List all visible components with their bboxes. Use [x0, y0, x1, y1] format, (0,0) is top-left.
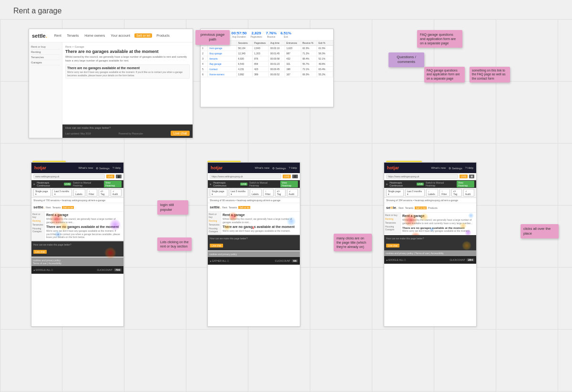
visits-info-mobile: Showing of 700 sessions • heatmap.settin… [31, 198, 123, 203]
breadcrumb: Rent > Garage [65, 45, 190, 48]
sticky-many-clicks: many clicks are on the page title (which… [334, 234, 372, 251]
footer-actions: Last updated: May 2018 Powered by Placec… [65, 131, 190, 136]
body-text: Whilst owned by the council, we generall… [65, 55, 190, 62]
sticky-faq-questions: FAQ garage questions and application for… [417, 30, 462, 48]
stat-pageviews: 2,829 Pageviews [251, 31, 262, 38]
nav-homeowners: Home owners [83, 33, 106, 38]
stat-exit: 6.51% Exit [280, 31, 291, 38]
url-bar-desktop: https://www.settingrouporg.uk LIVE 🖥 [384, 173, 476, 180]
no-garages-heading: There are no garages available at the mo… [67, 66, 188, 70]
footer-page-info: Powered by Placecube [119, 132, 143, 135]
heatmap-footer-mobile: ● GOOGLE ALL ☐ CLICKCOUNT 700 [31, 266, 123, 274]
settle-header: settle. Rent Tenants Home owners Your ac… [29, 29, 193, 42]
table-row: 6 /home-owners 3,892 389 00:00:52 167 69… [201, 72, 333, 77]
hotjar-header-tablet: hotjar What's new ⚙ Settings ? Help [208, 163, 300, 173]
sidebar-rent-buy: Rent or buy [31, 44, 60, 50]
nav-products: Products [155, 33, 171, 38]
table-row: 2 /buy-garage 12,340 1,203 00:01:45 987 … [201, 51, 333, 56]
settle-nav: Rent Tenants Home owners Your account Se… [53, 33, 171, 38]
main-page-screenshot: settle. Rent Tenants Home owners Your ac… [29, 29, 193, 138]
nav-account: Your account [109, 33, 132, 38]
sticky-clicks-all-over: clicks all over the place [521, 224, 559, 238]
sticky-login-popular: login still popular [157, 200, 188, 215]
heatmap-title-mobile: ≡ Heatmapic Continuous LIVE Switch to Ma… [31, 180, 123, 188]
sidebar-item2: Tenancies [31, 55, 60, 60]
sticky-lots-clicking: Lots clicking on the rent or buy section [157, 237, 192, 251]
heatmap-title-tablet: ≡ Heatmapic Continuous LIVE Switch to Ma… [208, 180, 300, 188]
table-row: 5 /contact 4,231 423 00:00:45 198 72.1% … [201, 67, 333, 72]
heatmap-content-tablet: settle. Rent Tenants Sell or let Rent or… [208, 203, 300, 257]
heatmap-content-desktop: settle. Rent Tenants Sell or let Product… [384, 203, 476, 256]
footer-left: Last updated: May 2018 [65, 132, 91, 135]
sticky-something-else: something on this link to the FAQ page a… [470, 67, 510, 83]
sticky-questions-comments: Questions / comments [388, 52, 424, 67]
table-row: 1 /rent-garage 58,134 2,843 00:02:10 1,6… [201, 46, 333, 51]
page-title: Rent a garage [13, 7, 61, 15]
heatmap-mobile-card: hotjar What's new ⚙ Settings ? Help www.… [31, 162, 124, 327]
stat-bounce: 7.76% Bounce [266, 31, 277, 38]
hotjar-header-mobile: hotjar What's new ⚙ Settings ? Help [31, 163, 123, 173]
nav-rent: Rent [53, 33, 63, 38]
heatmap-toolbar-tablet: Single page ▾ Last 3 months ▾ ↓ Labels ↑… [208, 188, 300, 198]
heatmap-content-mobile: settle. Rent Tenants Sell or let Rent or… [31, 203, 123, 266]
heatmap-desktop-card: hotjar What's new ⚙ Settings ? Help http… [384, 162, 477, 327]
footer-question: How can we make this page better? [65, 126, 190, 129]
no-garages-section: There are no garages available at the mo… [65, 64, 190, 79]
data-table: # Page Sessions Pageviews Avg time Entra… [201, 41, 333, 77]
heatmap-toolbar-desktop: Single page ▾ Last 3 months ▾ ↓ Labels ↑… [384, 188, 476, 198]
table-row: 3 /tenants 8,920 876 00:00:58 432 68.4% … [201, 56, 333, 62]
live-chat-button[interactable]: Live chat [171, 131, 190, 136]
heatmap-footer-desktop: ● GOOGLE ALL ☐ CLICKCOUNT 284 [384, 256, 476, 264]
url-bar-tablet: https://www.settingrouporg.uk LIVE ⬛ [208, 173, 300, 180]
heatmap-footer-tablet: ● GATHER ALL ☐ CLICKCOUNT 66 [208, 257, 300, 265]
sticky-faq-separate-1: FAQ garage questions and application for… [424, 67, 465, 83]
url-bar-mobile: www.settingrouporg.uk LIVE 📱 [31, 173, 123, 180]
heatmap-title-desktop: ≡ Heatmapic Continuous LIVE Switch to Ma… [384, 180, 476, 188]
table-row: 4 /faq-garage 6,543 654 00:01:23 321 55.… [201, 62, 333, 67]
no-garages-text: We're sorry we don't have any garages av… [67, 71, 188, 77]
visits-info-desktop: Showing of 284 sessions • heatmap.settin… [384, 198, 476, 203]
stat-duration: 00:57:50 Avg Duration [232, 31, 247, 38]
hotjar-header-desktop: hotjar What's new ⚙ Settings ? Help [384, 163, 476, 173]
sticky-previous-page-path: previous page path [195, 30, 230, 45]
settle-sidebar: Rent or buy Renting Tenancies Garages [29, 42, 62, 138]
nav-selllet: Sell or let [134, 33, 152, 38]
sidebar-item1: Renting [31, 50, 60, 55]
settle-logo: settle. [32, 33, 47, 39]
page-heading: There are no garages available at the mo… [65, 49, 190, 54]
heatmap-toolbar-mobile: Single page ▾ Last 3 months ▾ ↓ Labels ↑… [31, 188, 123, 198]
settle-body: Rent or buy Renting Tenancies Garages Re… [29, 42, 193, 138]
settle-footer: How can we make this page better? Last u… [62, 124, 193, 138]
nav-tenants: Tenants [66, 33, 81, 38]
heatmap-tablet-card: hotjar What's new ⚙ Settings ? Help http… [207, 162, 300, 327]
visits-info-tablet: Showing of 66 sessions • heatmap.setting… [208, 198, 300, 203]
settle-main-content: Rent > Garage There are no garages avail… [62, 42, 193, 124]
sidebar-item3: Garages [31, 60, 60, 65]
